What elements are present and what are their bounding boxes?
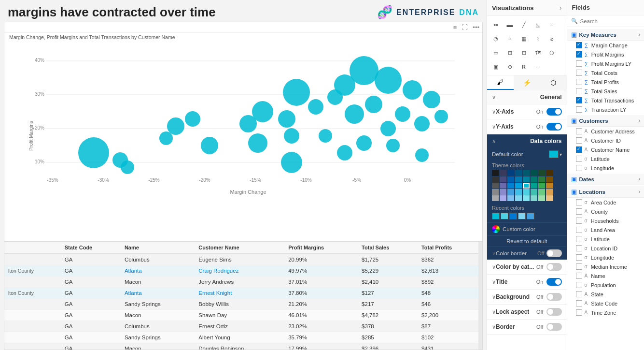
color-cell[interactable] [492, 195, 499, 201]
recent-color-2[interactable] [501, 213, 508, 219]
field-group-header[interactable]: ▣ Customers › [567, 115, 644, 127]
field-item[interactable]: ∑ Transaction LY [567, 105, 644, 114]
field-item[interactable]: ∑ Profit Margins LY [567, 59, 644, 68]
color-cell[interactable] [546, 195, 553, 201]
field-checkbox[interactable] [576, 199, 582, 205]
stacked-bar-icon[interactable]: ▪▪ [489, 18, 503, 31]
color-cell[interactable] [523, 176, 530, 182]
color-cell[interactable] [531, 176, 537, 182]
color-cell[interactable] [546, 183, 553, 189]
field-checkbox[interactable] [576, 227, 582, 233]
chart-expand-icon[interactable]: ⛶ [462, 24, 468, 31]
field-item[interactable]: σ Latitude [567, 234, 644, 244]
x-axis-toggle[interactable] [546, 108, 562, 116]
fields-search-input[interactable] [580, 18, 641, 24]
field-checkbox[interactable] [576, 208, 582, 215]
pie-icon[interactable]: ◔ [489, 32, 503, 45]
color-cell[interactable] [538, 176, 545, 182]
recent-color-5[interactable] [527, 213, 534, 219]
table2-icon[interactable]: ⊞ [503, 46, 517, 59]
field-item[interactable]: σ Area Code [567, 198, 644, 207]
field-checkbox[interactable] [576, 254, 582, 261]
field-checkbox[interactable] [576, 245, 582, 251]
color-cell[interactable] [546, 176, 553, 182]
color-cell[interactable] [523, 189, 530, 195]
color-cell[interactable] [546, 189, 553, 195]
color-cell[interactable] [500, 189, 506, 195]
color-cell[interactable] [507, 170, 514, 176]
y-axis-header[interactable]: ∨ Y-Axis On [487, 119, 567, 134]
color-cell-active[interactable] [523, 183, 530, 189]
recent-color-4[interactable] [518, 213, 526, 219]
color-cell[interactable] [531, 189, 537, 195]
field-checkbox[interactable] [576, 97, 582, 103]
card-kpi-icon[interactable]: ▭ [489, 46, 503, 59]
field-group-header[interactable]: ▣ Dates › [567, 174, 644, 185]
x-axis-header[interactable]: ∨ X-Axis On [487, 104, 567, 119]
color-cell[interactable] [507, 183, 514, 189]
field-item[interactable]: σ Land Area [567, 225, 644, 234]
field-item[interactable]: A Customer Address [567, 127, 644, 136]
lock-aspect-header[interactable]: ∨ Lock aspect Off [487, 305, 567, 319]
field-item[interactable]: A State Code [567, 299, 644, 308]
field-checkbox[interactable] [576, 273, 582, 279]
color-cell[interactable] [538, 195, 545, 201]
title-header[interactable]: ∨ Title On [487, 275, 567, 289]
recent-color-1[interactable] [492, 213, 500, 219]
field-item[interactable]: ∑ Profit Margins [567, 50, 644, 59]
color-cell[interactable] [492, 189, 499, 195]
filled-map-icon[interactable]: ▣ [489, 60, 503, 73]
field-checkbox[interactable] [576, 79, 582, 85]
field-item[interactable]: σ Median Income [567, 262, 644, 271]
data-colors-header[interactable]: ∧ Data colors [487, 134, 567, 148]
field-checkbox[interactable] [576, 42, 582, 48]
clustered-bar-icon[interactable]: ▬ [503, 18, 517, 31]
field-checkbox[interactable] [576, 70, 582, 76]
color-cell[interactable] [515, 176, 522, 182]
field-item[interactable]: σ Longitude [567, 253, 644, 262]
revert-btn[interactable]: Revert to default [487, 235, 567, 247]
color-border-toggle[interactable] [546, 249, 562, 257]
field-checkbox[interactable] [576, 51, 582, 58]
field-checkbox[interactable] [576, 106, 582, 113]
more-visuals-icon[interactable]: ··· [531, 60, 545, 73]
color-cell[interactable] [507, 189, 514, 195]
color-cell[interactable] [515, 189, 522, 195]
color-cell[interactable] [538, 183, 545, 189]
field-item[interactable]: ∑ Margin Change [567, 41, 644, 50]
field-item[interactable]: A Name [567, 271, 644, 280]
color-cell[interactable] [492, 176, 499, 182]
field-checkbox[interactable] [576, 300, 582, 306]
field-checkbox[interactable] [576, 282, 582, 288]
field-checkbox[interactable] [576, 128, 582, 134]
color-cell[interactable] [500, 183, 506, 189]
map2-icon[interactable]: 🗺 [531, 46, 545, 59]
color-cell[interactable] [523, 170, 530, 176]
color-cell[interactable] [546, 170, 553, 176]
color-cell[interactable] [507, 195, 514, 201]
background-header[interactable]: ∨ Background Off [487, 290, 567, 304]
default-color-control[interactable]: ▾ [549, 150, 562, 158]
field-item[interactable]: A State [567, 290, 644, 299]
field-checkbox[interactable] [576, 165, 582, 171]
scatter-bubble-icon[interactable]: ⁙ [545, 18, 559, 31]
field-checkbox[interactable] [576, 263, 582, 270]
color-cell[interactable] [500, 195, 506, 201]
field-item[interactable]: A County [567, 207, 644, 216]
field-item[interactable]: A Customer Name [567, 145, 644, 154]
field-group-header[interactable]: ▣ Locations › [567, 186, 644, 198]
field-checkbox[interactable] [576, 137, 582, 144]
field-group-header[interactable]: ▣ Key Measures › [567, 29, 644, 41]
color-cell[interactable] [500, 176, 506, 182]
custom-color-btn[interactable]: Custom color [487, 222, 567, 235]
title-toggle[interactable] [546, 278, 562, 286]
field-item[interactable]: A Customer ID [567, 136, 644, 145]
field-item[interactable]: σ Population [567, 280, 644, 290]
field-item[interactable]: σ Location ID [567, 244, 644, 253]
color-cell[interactable] [507, 176, 514, 182]
color-cell[interactable] [492, 183, 499, 189]
background-toggle[interactable] [546, 293, 562, 301]
field-item[interactable]: ∑ Total Costs [567, 68, 644, 77]
field-checkbox[interactable] [576, 60, 582, 67]
field-item[interactable]: σ Households [567, 216, 644, 225]
